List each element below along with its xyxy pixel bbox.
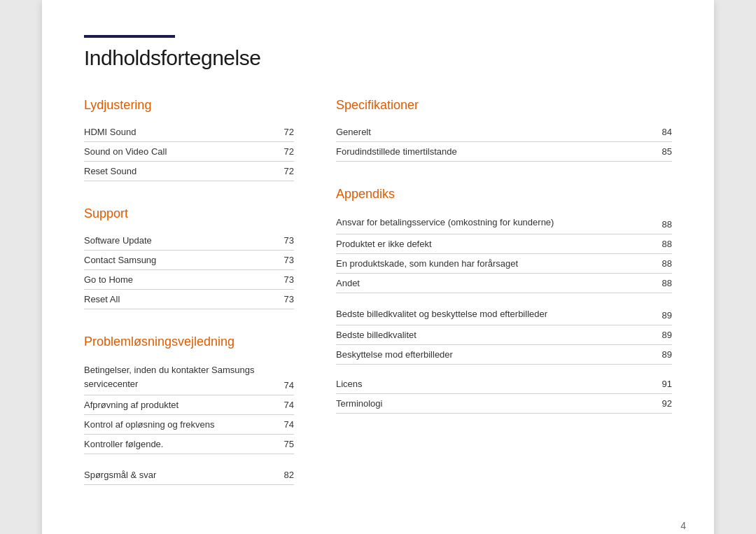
- page-container: Indholdsfortegnelse Lydjustering HDMI So…: [42, 0, 714, 534]
- item-text: Produktet er ikke defekt: [336, 239, 662, 249]
- toc-item-multiline: Betingelser, inden du kontakter Samsungs…: [84, 359, 294, 395]
- item-text: Licens: [336, 379, 662, 389]
- section-title-problemloesning: Problemløsningsvejledning: [84, 335, 294, 349]
- section-support: Support Software Update 73 Contact Samsu…: [84, 206, 294, 309]
- section-title-support: Support: [84, 206, 294, 221]
- item-page: 74: [284, 400, 294, 410]
- item-page: 72: [284, 166, 294, 176]
- toc-item: Kontrol af opløsning og frekvens 74: [84, 415, 294, 435]
- item-page: 72: [284, 146, 294, 157]
- toc-item: Beskyttelse mod efterbilleder 89: [336, 345, 672, 365]
- item-text: Bedste billedkvalitet: [336, 330, 662, 340]
- item-page: 88: [662, 278, 672, 288]
- left-column: Lydjustering HDMI Sound 72 Sound on Vide…: [84, 98, 294, 510]
- item-page: 73: [284, 274, 294, 285]
- item-text: Betingelser, inden du kontakter Samsungs…: [84, 363, 284, 391]
- section-appendiks: Appendiks Ansvar for betalingsservice (o…: [336, 187, 672, 414]
- toc-item: Forudindstillede timertilstande 85: [336, 142, 672, 162]
- item-text: HDMI Sound: [84, 127, 284, 137]
- item-text: Forudindstillede timertilstande: [336, 146, 662, 157]
- right-column: Specifikationer Generelt 84 Forudindstil…: [336, 98, 672, 510]
- item-text: Generelt: [336, 127, 662, 137]
- item-text: Beskyttelse mod efterbilleder: [336, 349, 662, 360]
- toc-item: Reset All 73: [84, 290, 294, 309]
- item-page: 72: [284, 127, 294, 137]
- toc-item: Contact Samsung 73: [84, 251, 294, 270]
- item-text: Reset Sound: [84, 166, 284, 176]
- item-text: Software Update: [84, 235, 284, 246]
- item-text: Ansvar for betalingsservice (omkostning …: [336, 216, 662, 230]
- toc-item: Reset Sound 72: [84, 162, 294, 181]
- title-bar: [84, 35, 175, 38]
- content-columns: Lydjustering HDMI Sound 72 Sound on Vide…: [84, 98, 672, 510]
- toc-item: Andet 88: [336, 274, 672, 293]
- toc-item: Sound on Video Call 72: [84, 142, 294, 162]
- toc-item-multiline: Ansvar for betalingsservice (omkostning …: [336, 211, 672, 234]
- item-page: 82: [284, 470, 294, 480]
- section-problemloesning: Problemløsningsvejledning Betingelser, i…: [84, 335, 294, 485]
- section-lydjustering: Lydjustering HDMI Sound 72 Sound on Vide…: [84, 98, 294, 181]
- item-text: Bedste billedkvalitet og beskyttelse mod…: [336, 307, 662, 321]
- item-page: 91: [662, 379, 672, 389]
- item-row: Ansvar for betalingsservice (omkostning …: [336, 216, 672, 230]
- item-page: 88: [662, 258, 672, 269]
- item-page: 73: [284, 255, 294, 265]
- page-number: 4: [680, 520, 686, 531]
- item-page: 89: [662, 310, 672, 321]
- item-text: Kontroller følgende.: [84, 439, 284, 449]
- item-text: Sound on Video Call: [84, 146, 284, 157]
- item-page: 89: [662, 330, 672, 340]
- item-page: 84: [662, 127, 672, 137]
- toc-item: Produktet er ikke defekt 88: [336, 234, 672, 254]
- item-text: Kontrol af opløsning og frekvens: [84, 419, 284, 430]
- section-title-specifikationer: Specifikationer: [336, 98, 672, 113]
- item-page: 88: [662, 239, 672, 249]
- item-row: Bedste billedkvalitet og beskyttelse mod…: [336, 307, 672, 321]
- item-page: 75: [284, 439, 294, 449]
- section-title-lydjustering: Lydjustering: [84, 98, 294, 113]
- item-page: 74: [284, 380, 294, 391]
- item-page: 74: [284, 419, 294, 430]
- toc-item: Generelt 84: [336, 122, 672, 142]
- toc-item: En produktskade, som kunden har forårsag…: [336, 254, 672, 274]
- section-title-appendiks: Appendiks: [336, 187, 672, 202]
- item-page: 85: [662, 146, 672, 157]
- item-text: Go to Home: [84, 274, 284, 285]
- toc-item: Terminologi 92: [336, 394, 672, 414]
- toc-item: Software Update 73: [84, 231, 294, 251]
- page-title: Indholdsfortegnelse: [84, 46, 672, 70]
- toc-item: Licens 91: [336, 374, 672, 394]
- toc-item-multiline: Bedste billedkvalitet og beskyttelse mod…: [336, 303, 672, 326]
- toc-item: Afprøvning af produktet 74: [84, 395, 294, 415]
- item-text: En produktskade, som kunden har forårsag…: [336, 258, 662, 269]
- item-text: Spørgsmål & svar: [84, 470, 284, 480]
- toc-item: HDMI Sound 72: [84, 122, 294, 142]
- toc-item: Spørgsmål & svar 82: [84, 465, 294, 485]
- item-page: 88: [662, 219, 672, 230]
- toc-item: Go to Home 73: [84, 270, 294, 290]
- item-page: 73: [284, 294, 294, 304]
- toc-item: Bedste billedkvalitet 89: [336, 325, 672, 345]
- item-text: Andet: [336, 278, 662, 288]
- item-text: Afprøvning af produktet: [84, 400, 284, 410]
- item-page: 89: [662, 349, 672, 360]
- item-page: 92: [662, 398, 672, 409]
- item-text: Reset All: [84, 294, 284, 304]
- toc-item: Kontroller følgende. 75: [84, 435, 294, 454]
- item-text: Terminologi: [336, 398, 662, 409]
- item-row: Betingelser, inden du kontakter Samsungs…: [84, 363, 294, 391]
- section-specifikationer: Specifikationer Generelt 84 Forudindstil…: [336, 98, 672, 162]
- item-text: Contact Samsung: [84, 255, 284, 265]
- item-page: 73: [284, 235, 294, 246]
